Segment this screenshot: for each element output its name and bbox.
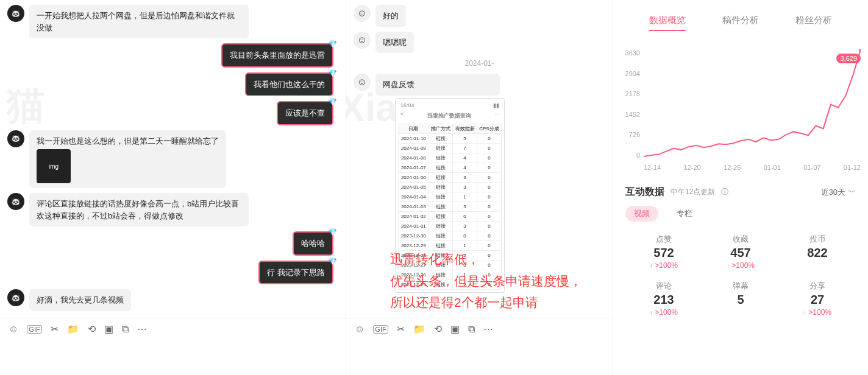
metric-value: 213 (625, 293, 702, 307)
input-toolbar-b: ☺GIF✂📁⟲▣⧉⋯ (346, 318, 613, 340)
metric-label: 弹幕 (702, 281, 779, 292)
smile-icon[interactable]: ☺ (9, 324, 18, 335)
phone-more: ··· (494, 111, 499, 122)
folder-icon[interactable]: 📁 (67, 323, 79, 335)
y-axis: 36302904217814527260 (619, 49, 640, 159)
table-row: 2024-01-07链接40 (399, 163, 502, 172)
timestamp: 2024-01- (354, 59, 605, 68)
phone-title: 迅雷推广数据查询 (427, 111, 471, 122)
metric-trend: ↑ >100% (625, 308, 702, 317)
metric-value: 27 (779, 293, 856, 307)
phone-battery: ▮▮ (493, 102, 499, 108)
avatar-panda: 🐼 (7, 5, 24, 22)
bubble[interactable]: 嗯嗯呢 (375, 32, 414, 54)
bubble[interactable]: 我看他们也这么干的💎 (245, 72, 333, 97)
chat-panel-b: Xiao ☺好的☺嗯嗯呢 2024-01- ☺ 网盘反馈 16:04 ▮▮ < … (346, 0, 613, 375)
pill-0[interactable]: 视频 (625, 206, 658, 222)
content-type-tabs: 视频专栏 (613, 203, 868, 228)
info-icon[interactable]: ⓘ (721, 187, 728, 197)
pill-1[interactable]: 专栏 (668, 206, 701, 222)
metric-label: 投币 (779, 234, 856, 245)
image-icon[interactable]: ▣ (104, 323, 113, 335)
y-tick: 726 (619, 131, 640, 138)
smile-icon[interactable]: ☺ (355, 324, 365, 335)
table-row: 2024-01-02链接00 (399, 211, 502, 221)
section-sub: 中午12点更新 (671, 187, 715, 197)
metric-value: 5 (702, 293, 779, 307)
bubble[interactable]: 我一开始也是这么想的，但是第二天一睡醒就给忘了img (29, 130, 226, 189)
message-row: 🐼一开始我想把人拉两个网盘，但是后边怕网盘和谐文件就没做 (7, 5, 338, 38)
bubble[interactable]: 评论区直接放链接的话热度好像会高一点，b站用户比较喜欢这种直接的，不过b站会吞，… (29, 193, 249, 226)
bubble[interactable]: 好的 (375, 5, 406, 27)
metric-card: 投币822 (779, 230, 856, 273)
table-row: 2024-01-04链接10 (399, 192, 502, 202)
metric-card: 评论213↑ >100% (625, 277, 702, 320)
sticker-image[interactable]: img (37, 149, 71, 183)
interaction-header: 互动数据 中午12点更新 ⓘ 近30天 ﹀ (613, 177, 868, 203)
svg-point-0 (859, 49, 861, 51)
avatar-panda: 🐼 (7, 289, 24, 306)
metric-trend: ↑ >100% (779, 308, 856, 317)
table-row: 2023-12-29链接10 (399, 240, 502, 250)
more-icon[interactable]: ⋯ (137, 323, 147, 335)
metric-label: 分享 (779, 281, 856, 292)
screenshot-icon[interactable]: ⧉ (122, 324, 129, 335)
screenshot-icon[interactable]: ⧉ (468, 324, 475, 335)
input-toolbar-a: ☺GIF✂📁⟲▣⧉⋯ (0, 318, 346, 340)
message-row: 🐼好滴，我先去更几条视频 (7, 289, 338, 311)
bubble[interactable]: 哈哈哈💎 (293, 231, 333, 256)
chat-scroll-b[interactable]: ☺好的☺嗯嗯呢 2024-01- ☺ 网盘反馈 16:04 ▮▮ < 迅雷推广数… (346, 0, 613, 318)
bubble[interactable]: 行 我记录下思路💎 (258, 261, 333, 285)
table-row: 2024-01-08链接40 (399, 153, 502, 163)
scissor-icon[interactable]: ✂ (51, 323, 59, 335)
bubble[interactable]: 好滴，我先去更几条视频 (29, 289, 131, 311)
chat-panel-a: 猫 🐼一开始我想把人拉两个网盘，但是后边怕网盘和谐文件就没做我目前头条里面放的是… (0, 0, 346, 375)
message-row: ☺好的 (354, 5, 605, 27)
table-header: 日期 (399, 124, 429, 133)
metric-label: 点赞 (625, 234, 702, 245)
more-icon[interactable]: ⋯ (483, 323, 493, 335)
bubble[interactable]: 一开始我想把人拉两个网盘，但是后边怕网盘和谐文件就没做 (29, 5, 249, 38)
x-tick: 12-14 (644, 164, 661, 171)
analytics-panel: 数据概览稿件分析粉丝分析 3,629 36302904217814527260 … (613, 0, 868, 375)
metric-card: 分享27↑ >100% (779, 277, 856, 320)
x-tick: 01-12 (844, 164, 861, 171)
y-tick: 0 (619, 152, 640, 159)
diamond-icon: 💎 (328, 96, 337, 107)
table-row: 2024-01-10链接50 (399, 133, 502, 143)
tab-2[interactable]: 粉丝分析 (795, 15, 832, 31)
bubble[interactable]: 应该是不查💎 (277, 101, 333, 125)
history-icon[interactable]: ⟲ (434, 323, 442, 335)
bubble: 网盘反馈 (375, 74, 500, 96)
message-row: 行 我记录下思路💎 (7, 261, 338, 285)
tab-0[interactable]: 数据概览 (649, 15, 686, 31)
tab-1[interactable]: 稿件分析 (722, 15, 759, 31)
gif-icon[interactable]: GIF (373, 325, 388, 334)
scissor-icon[interactable]: ✂ (397, 323, 405, 335)
gif-icon[interactable]: GIF (27, 325, 41, 334)
chat-scroll-a[interactable]: 🐼一开始我想把人拉两个网盘，但是后边怕网盘和谐文件就没做我目前头条里面放的是迅雷… (0, 0, 346, 318)
metric-value: 572 (625, 246, 702, 260)
folder-icon[interactable]: 📁 (413, 323, 425, 335)
chart-svg (644, 49, 861, 159)
diamond-icon: 💎 (328, 226, 337, 237)
table-header: 有效拉新 (453, 124, 477, 133)
diamond-icon: 💎 (328, 68, 337, 79)
table-row: 2024-01-09链接70 (399, 143, 502, 153)
avatar-smile: ☺ (354, 32, 371, 49)
metric-card: 点赞572↑ >100% (625, 230, 702, 273)
history-icon[interactable]: ⟲ (88, 323, 96, 335)
phone-screenshot[interactable]: 16:04 ▮▮ < 迅雷推广数据查询 ··· 日期推广方式有效拉新CPS分成 … (395, 98, 505, 293)
period-selector[interactable]: 近30天 ﹀ (821, 187, 856, 198)
bubble[interactable]: 我目前头条里面放的是迅雷💎 (221, 43, 333, 68)
y-tick: 2904 (619, 70, 640, 77)
table-header: CPS分成 (477, 124, 501, 133)
x-tick: 12-26 (724, 164, 741, 171)
y-tick: 2178 (619, 90, 640, 97)
message-row: 哈哈哈💎 (7, 231, 338, 256)
table-row: 2024-01-01链接30 (399, 221, 502, 231)
image-icon[interactable]: ▣ (450, 323, 460, 335)
metric-card: 收藏457↑ >100% (702, 230, 779, 273)
phone-table: 日期推广方式有效拉新CPS分成 2024-01-10链接502024-01-09… (398, 124, 502, 290)
line-chart[interactable]: 36302904217814527260 12-1412-2012-2601-0… (644, 49, 861, 171)
